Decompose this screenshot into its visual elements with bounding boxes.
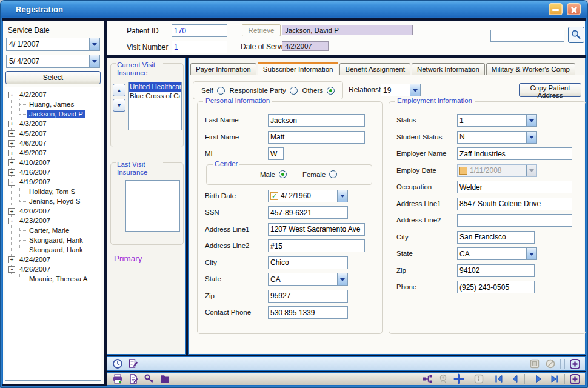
copy-patient-address-button[interactable]: Copy Patient Address [519,83,581,97]
tree-date-node[interactable]: +4/10/2007 [7,158,101,167]
radio-icon[interactable] [290,87,298,95]
occupation-input[interactable] [457,181,572,193]
tree-patient-label[interactable]: Skongaard, Hank [27,246,85,253]
retrieve-button[interactable]: Retrieve [242,24,281,36]
city-input[interactable] [457,231,535,244]
radio-icon[interactable] [217,87,225,95]
radio-icon[interactable] [329,170,337,178]
print-icon[interactable] [111,372,124,386]
expand-icon[interactable]: + [8,121,15,127]
city-input[interactable] [268,256,348,269]
tree-date-node[interactable]: +4/16/2007 [7,167,101,177]
tree-date-label[interactable]: 4/16/2007 [18,169,52,176]
tree-date-label[interactable]: 4/3/2007 [18,120,48,127]
insurance-item[interactable]: United Healthcare [129,82,181,92]
tree-date-label[interactable]: 4/10/2007 [18,159,52,166]
service-date-start-combo[interactable]: 4/ 1/2007 [6,38,100,51]
tree-patient-node[interactable]: Carter, Marie [7,226,101,235]
expand-icon[interactable]: + [8,208,15,215]
insurance-item[interactable]: Blue Cross of California [129,92,181,101]
tree-date-node[interactable]: +4/5/2007 [7,129,101,138]
chevron-down-icon[interactable] [337,273,347,285]
collapse-icon[interactable]: - [8,266,15,273]
tree-patient-node[interactable]: Moanie, Theresa A [7,274,101,284]
checkbox-checked-icon[interactable]: ✓ [270,192,278,200]
address_line1-input[interactable] [457,198,572,210]
document-edit-icon[interactable] [127,372,140,386]
address_line2-input[interactable] [268,239,365,252]
search-button[interactable] [568,27,584,43]
chevron-down-icon[interactable] [526,248,536,259]
chevron-down-icon[interactable] [89,55,99,67]
tree-date-node[interactable]: +4/20/2007 [7,206,101,216]
tree-patient-node[interactable]: Skongaard, Hank [7,235,101,245]
patient-id-input[interactable] [172,24,227,37]
tree-date-label[interactable]: 4/24/2007 [18,256,52,263]
tree-patient-node[interactable]: Skongaard, Hank [7,245,101,255]
checkbox-unchecked-icon[interactable] [459,167,467,175]
collapse-icon[interactable]: - [8,92,15,98]
last_name-input[interactable] [268,114,365,127]
phone-input[interactable] [457,281,535,293]
tree-date-node[interactable]: +4/3/2007 [7,119,101,129]
hierarchy-icon[interactable] [421,372,434,386]
chevron-down-icon[interactable] [526,132,536,143]
visit-tree[interactable]: -4/2/2007Huang, JamesJackson, David P+4/… [5,87,101,381]
save-disabled-icon[interactable] [528,357,541,370]
tab-network-information[interactable]: Network Information [412,63,485,75]
zip-input[interactable] [457,264,535,277]
chevron-down-icon[interactable] [526,115,536,126]
chevron-down-icon[interactable] [337,190,347,202]
tree-patient-label[interactable]: Jackson, David P [27,110,85,118]
radio-others[interactable]: Others [302,87,335,95]
camera-disabled-icon[interactable] [436,372,450,386]
tree-date-label[interactable]: 4/19/2007 [18,178,52,186]
clock-icon[interactable] [111,357,124,370]
chevron-down-icon[interactable] [89,38,99,50]
select-button[interactable]: Select [5,71,101,84]
tree-date-node[interactable]: -4/19/2007 [7,177,101,187]
birth_date-datepicker[interactable]: ✓4/ 2/1960 [268,190,348,202]
tree-date-node[interactable]: -4/26/2007 [7,264,101,274]
edit-note-icon[interactable] [127,357,140,370]
radio-responsible-party[interactable]: Responsible Party [229,87,297,95]
move-down-button[interactable]: ▼ [113,99,125,112]
minimize-button[interactable] [549,3,563,15]
collapse-icon[interactable]: - [8,179,15,186]
tree-date-node[interactable]: -4/2/2007 [7,90,101,99]
employ_date-datepicker[interactable]: 1/11/2008 [457,164,537,177]
chevron-down-icon[interactable] [526,165,536,176]
tree-date-node[interactable]: +4/6/2007 [7,138,101,148]
folder-icon[interactable] [158,372,172,386]
blocked-disabled-icon[interactable] [544,357,557,370]
collapse-icon[interactable]: - [8,218,15,224]
tree-patient-node[interactable]: Holiday, Tom S [7,187,101,196]
tab-benefit-assignment[interactable]: Benefit Assignment [339,63,410,75]
info-disabled-icon[interactable] [472,372,486,386]
window-add-icon[interactable] [568,372,581,386]
service-date-end-combo[interactable]: 5/ 4/2007 [6,55,100,68]
status-combo[interactable]: 1 [457,114,537,127]
tree-patient-label[interactable]: Skongaard, Hank [27,236,85,244]
tree-date-node[interactable]: +4/24/2007 [7,255,101,264]
add-icon[interactable] [452,372,466,386]
tree-patient-label[interactable]: Carter, Marie [27,227,71,234]
window-add-icon[interactable] [568,357,581,370]
first_name-input[interactable] [268,131,365,144]
contact_phone-input[interactable] [268,306,348,319]
zip-input[interactable] [268,290,348,303]
search-input[interactable] [490,30,564,42]
address_line2-input[interactable] [457,214,572,227]
chevron-down-icon[interactable] [410,84,420,96]
expand-icon[interactable]: + [8,130,15,137]
radio-icon[interactable] [327,87,335,95]
gender-female[interactable]: Female [302,170,337,178]
mi-input[interactable] [268,147,284,160]
tab-military-worker-s-comp[interactable]: Military & Worker's Comp [486,63,575,75]
tab-subscriber-information[interactable]: Subscriber Information [258,62,339,75]
close-button[interactable] [567,3,581,15]
expand-icon[interactable]: + [8,256,15,263]
state-combo[interactable]: CA [268,273,348,286]
tree-patient-node[interactable]: Huang, James [7,99,101,109]
tree-date-label[interactable]: 4/5/2007 [18,130,48,137]
